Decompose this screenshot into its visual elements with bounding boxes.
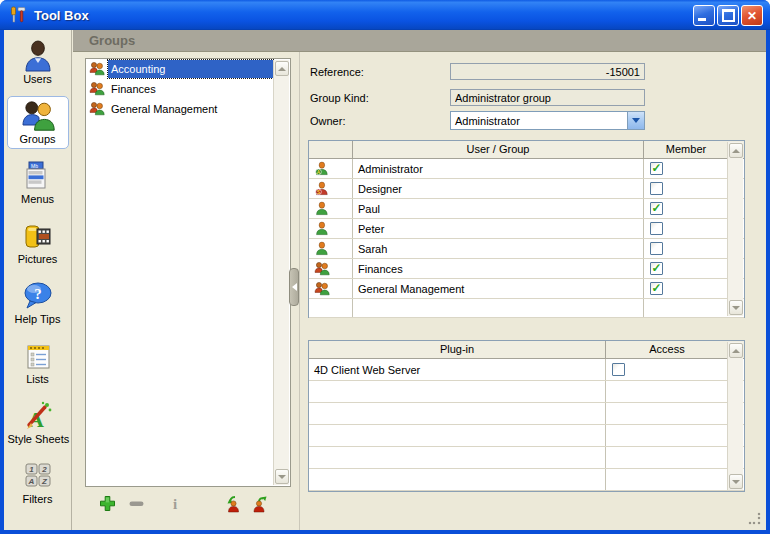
scroll-down-icon[interactable] [729, 300, 743, 315]
member-row[interactable]: Finances [309, 259, 744, 279]
titlebar[interactable]: Tool Box [0, 0, 770, 30]
member-name: Peter [353, 219, 644, 238]
lists-icon [8, 339, 68, 373]
group-name: General Management [108, 100, 273, 118]
chevron-down-icon[interactable] [627, 112, 644, 129]
member-checkbox[interactable] [650, 202, 663, 215]
member-row[interactable]: Peter [309, 219, 744, 239]
member-row[interactable]: General Management [309, 279, 744, 299]
window-title: Tool Box [34, 8, 89, 23]
info-icon: i [169, 502, 181, 514]
style-sheets-icon: A [8, 399, 68, 433]
member-row[interactable]: Paul [309, 199, 744, 219]
sidebar-item-menus[interactable]: Mb Menus [7, 156, 69, 209]
group-icon [89, 61, 106, 77]
groups-toolbar: i [85, 492, 291, 522]
member-checkbox[interactable] [650, 262, 663, 275]
plugins-table-scrollbar[interactable] [727, 342, 743, 490]
maximize-button[interactable] [717, 5, 739, 26]
plugin-column-header: Plug-in [309, 341, 606, 358]
owner-select[interactable]: Administrator [450, 111, 645, 130]
scroll-down-icon[interactable] [729, 474, 743, 489]
sidebar-item-pictures[interactable]: Pictures [7, 216, 69, 269]
empty-row [309, 403, 744, 425]
groups-list-scrollbar[interactable] [273, 60, 289, 485]
minus-icon [128, 502, 145, 514]
member-column-header: Member [644, 141, 728, 158]
sidebar-item-help-tips[interactable]: ? Help Tips [7, 276, 69, 329]
toolbox-window: Tool Box Users Groups Mb Menus [0, 0, 770, 534]
group-name: Finances [108, 80, 273, 98]
member-checkbox[interactable] [650, 282, 663, 295]
svg-text:2: 2 [41, 465, 47, 474]
owner-selected-value: Administrator [451, 115, 627, 127]
sidebar-item-label: Help Tips [8, 313, 68, 325]
sidebar-item-style-sheets[interactable]: A Style Sheets [7, 396, 69, 449]
menus-icon: Mb [8, 159, 68, 193]
save-users-button[interactable] [251, 495, 269, 513]
remove-button [128, 495, 146, 513]
add-button[interactable] [99, 495, 117, 513]
sidebar-item-groups[interactable]: Groups [7, 96, 69, 149]
sidebar-item-filters[interactable]: 1 2 A Z Filters [7, 456, 69, 509]
member-row[interactable]: Sarah [309, 239, 744, 259]
sidebar-item-label: Users [8, 73, 68, 85]
svg-text:?: ? [34, 286, 42, 302]
minimize-button[interactable] [693, 5, 715, 26]
user-arrow-out-icon [251, 503, 269, 515]
sidebar-item-label: Style Sheets [8, 433, 68, 445]
resize-grip[interactable] [748, 512, 761, 525]
sidebar-item-lists[interactable]: Lists [7, 336, 69, 389]
sidebar-item-label: Lists [8, 373, 68, 385]
scroll-up-icon[interactable] [729, 143, 743, 158]
plugin-row[interactable]: 4D Client Web Server [309, 359, 744, 381]
plus-icon [99, 502, 116, 514]
sidebar: Users Groups Mb Menus Pictures ? Help Ti… [4, 30, 72, 530]
member-name: Sarah [353, 239, 644, 258]
group-icon [309, 279, 353, 298]
member-checkbox[interactable] [650, 222, 663, 235]
svg-text:S: S [317, 190, 320, 195]
empty-row [309, 381, 744, 403]
close-button[interactable] [741, 5, 763, 26]
group-kind-field[interactable] [450, 89, 645, 106]
splitter-handle[interactable] [289, 268, 299, 306]
client-area: Users Groups Mb Menus Pictures ? Help Ti… [4, 30, 766, 530]
members-table-scrollbar[interactable] [727, 142, 743, 316]
users-icon [8, 39, 68, 73]
access-checkbox[interactable] [612, 363, 625, 376]
group-list-item[interactable]: Finances [86, 79, 290, 99]
member-checkbox[interactable] [650, 162, 663, 175]
load-users-button[interactable] [223, 495, 241, 513]
group-kind-label: Group Kind: [310, 92, 369, 104]
member-checkbox[interactable] [650, 182, 663, 195]
plugins-table-body: 4D Client Web Server [309, 359, 744, 491]
reference-field[interactable] [450, 63, 645, 80]
info-button: i [169, 495, 187, 513]
members-table-body: A Administrator S Designer Paul Peter Sa… [309, 159, 744, 318]
reference-label: Reference: [310, 66, 364, 78]
sidebar-item-label: Pictures [8, 253, 68, 265]
group-list-item[interactable]: General Management [86, 99, 290, 119]
scroll-up-icon[interactable] [275, 61, 289, 76]
group-name: Accounting [108, 60, 273, 78]
access-column-header: Access [606, 341, 728, 358]
owner-label: Owner: [310, 115, 345, 127]
page-title: Groups [89, 33, 135, 48]
member-name: Designer [353, 179, 644, 198]
empty-row [309, 447, 744, 469]
group-list-item[interactable]: Accounting [86, 59, 290, 79]
panel-divider [299, 52, 300, 530]
scroll-up-icon[interactable] [729, 343, 743, 358]
member-row[interactable]: S Designer [309, 179, 744, 199]
members-table-header: User / Group Member [309, 141, 744, 159]
filters-icon: 1 2 A Z [8, 459, 68, 493]
member-checkbox[interactable] [650, 242, 663, 255]
empty-row [309, 425, 744, 447]
svg-text:A: A [27, 477, 34, 486]
member-name: General Management [353, 279, 644, 298]
scroll-down-icon[interactable] [275, 469, 289, 484]
members-table: User / Group Member A Administrator S De… [308, 140, 745, 318]
sidebar-item-users[interactable]: Users [7, 36, 69, 89]
member-row[interactable]: A Administrator [309, 159, 744, 179]
